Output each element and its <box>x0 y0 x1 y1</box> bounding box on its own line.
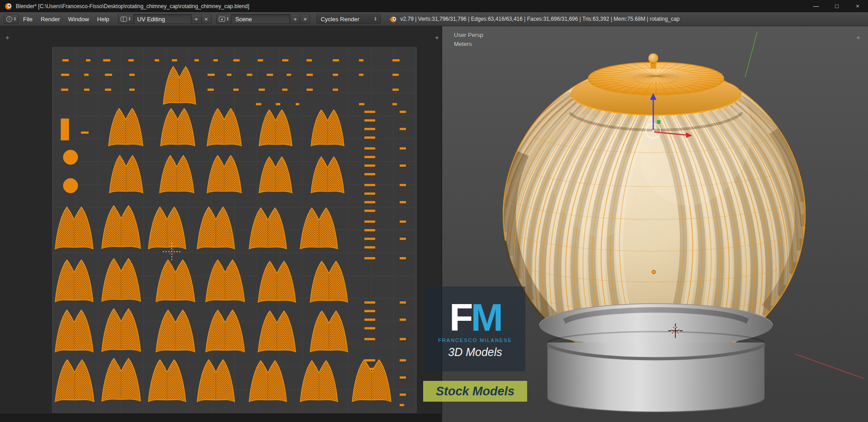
uv-dash[interactable] <box>400 201 406 203</box>
uv-dash[interactable] <box>359 74 363 76</box>
uv-dash[interactable] <box>213 59 218 61</box>
uv-dash[interactable] <box>282 89 288 91</box>
uv-dash[interactable] <box>364 319 375 321</box>
uv-dash[interactable] <box>364 184 375 186</box>
uv-dash[interactable] <box>364 327 375 329</box>
gizmo-y-handle[interactable] <box>657 120 660 124</box>
uv-dash[interactable] <box>364 111 375 113</box>
uv-dash[interactable] <box>61 89 68 91</box>
uv-dash[interactable] <box>364 156 375 158</box>
uv-dash[interactable] <box>364 246 375 249</box>
uv-dash[interactable] <box>364 359 375 361</box>
uv-dash[interactable] <box>400 220 406 223</box>
uv-dash[interactable] <box>105 89 111 91</box>
uv-dash[interactable] <box>128 59 134 61</box>
uv-dash[interactable] <box>364 220 375 223</box>
delete-scene-button[interactable]: × <box>300 14 310 24</box>
scene-field[interactable]: Scene <box>231 14 290 24</box>
uv-dash[interactable] <box>282 59 288 61</box>
menu-render[interactable]: Render <box>37 14 64 24</box>
render-engine-dropdown[interactable]: Cycles Render ▲▼ <box>316 14 381 24</box>
uv-dash[interactable] <box>62 59 69 61</box>
uv-dash[interactable] <box>333 59 339 61</box>
menu-file[interactable]: File <box>19 14 37 24</box>
uv-dash[interactable] <box>233 89 239 91</box>
uv-dash[interactable] <box>364 210 375 212</box>
uv-dash[interactable] <box>103 59 110 61</box>
uv-dash[interactable] <box>392 59 400 61</box>
uv-dash[interactable] <box>208 74 215 76</box>
uv-dash[interactable] <box>129 74 135 76</box>
uv-dash[interactable] <box>400 338 406 340</box>
uv-dash[interactable] <box>400 319 406 321</box>
uv-dash[interactable] <box>233 59 240 61</box>
uv-dash[interactable] <box>364 136 375 139</box>
uv-dash[interactable] <box>364 164 375 167</box>
uv-dash[interactable] <box>364 119 375 122</box>
maximize-button[interactable]: □ <box>826 0 847 12</box>
region-toggle-icon[interactable]: + <box>856 33 860 41</box>
region-toggle-icon[interactable]: + <box>5 33 9 41</box>
uv-dash[interactable] <box>400 184 406 186</box>
uv-dash[interactable] <box>61 74 69 76</box>
uv-dash[interactable] <box>86 59 90 61</box>
menu-window[interactable]: Window <box>64 14 93 24</box>
uv-dash[interactable] <box>400 359 406 361</box>
uv-dash[interactable] <box>400 128 406 130</box>
uv-dash[interactable] <box>247 74 252 76</box>
uv-dash[interactable] <box>364 257 375 259</box>
delete-screen-layout-button[interactable]: × <box>202 14 212 24</box>
uv-dash[interactable] <box>105 74 112 76</box>
uv-dash[interactable] <box>208 89 214 91</box>
uv-dash[interactable] <box>400 376 406 379</box>
uv-dash[interactable] <box>172 59 177 61</box>
uv-image-editor[interactable]: ++ <box>0 26 442 422</box>
uv-dash[interactable] <box>400 111 406 113</box>
uv-dash[interactable] <box>258 59 263 61</box>
uv-dash[interactable] <box>307 89 313 91</box>
screen-layout-field[interactable]: UV Editing <box>134 14 192 24</box>
uv-island-circle[interactable] <box>63 150 78 164</box>
uv-dash[interactable] <box>364 192 375 195</box>
uv-dash[interactable] <box>359 59 363 61</box>
uv-island-circle[interactable] <box>63 178 78 193</box>
uv-dash[interactable] <box>364 238 375 240</box>
uv-dash[interactable] <box>84 89 90 91</box>
viewport-3d[interactable]: + User Persp Meters <box>442 26 868 422</box>
uv-dash[interactable] <box>364 310 375 312</box>
minimize-button[interactable]: — <box>806 0 826 12</box>
uv-dash[interactable] <box>267 74 273 76</box>
uv-dash[interactable] <box>333 74 338 76</box>
uv-dash[interactable] <box>287 74 291 76</box>
uv-dash[interactable] <box>364 173 375 175</box>
uv-dash[interactable] <box>307 59 312 61</box>
uv-dash[interactable] <box>400 164 406 167</box>
uv-dash[interactable] <box>392 74 399 76</box>
uv-dash[interactable] <box>400 257 406 259</box>
uv-dash[interactable] <box>400 394 406 396</box>
uv-dash[interactable] <box>84 74 89 76</box>
scene-browse-button[interactable]: ▲▼ <box>216 14 232 24</box>
screen-layout-browse-button[interactable]: ▲▼ <box>118 14 134 24</box>
uv-dash[interactable] <box>400 147 406 150</box>
chimney-cap-base[interactable] <box>539 304 773 412</box>
region-toggle-icon[interactable]: + <box>435 33 439 41</box>
uv-dash[interactable] <box>400 301 406 304</box>
uv-dash[interactable] <box>359 103 364 105</box>
uv-dash[interactable] <box>364 229 375 231</box>
uv-dash[interactable] <box>392 103 397 105</box>
viewport-canvas[interactable]: + <box>442 26 868 422</box>
uv-dash[interactable] <box>364 147 375 150</box>
uv-dash[interactable] <box>307 74 313 76</box>
uv-dash[interactable] <box>81 131 89 134</box>
uv-dash[interactable] <box>364 301 375 304</box>
uv-dash[interactable] <box>364 201 375 203</box>
editor-type-selector[interactable]: i ▲▼ <box>4 14 19 24</box>
uv-dash[interactable] <box>276 103 280 105</box>
uv-dash[interactable] <box>333 89 338 91</box>
uv-dash[interactable] <box>259 89 265 91</box>
menu-help[interactable]: Help <box>93 14 113 24</box>
uv-dash[interactable] <box>364 128 375 130</box>
close-button[interactable]: × <box>847 0 868 12</box>
uv-dash[interactable] <box>155 59 159 61</box>
